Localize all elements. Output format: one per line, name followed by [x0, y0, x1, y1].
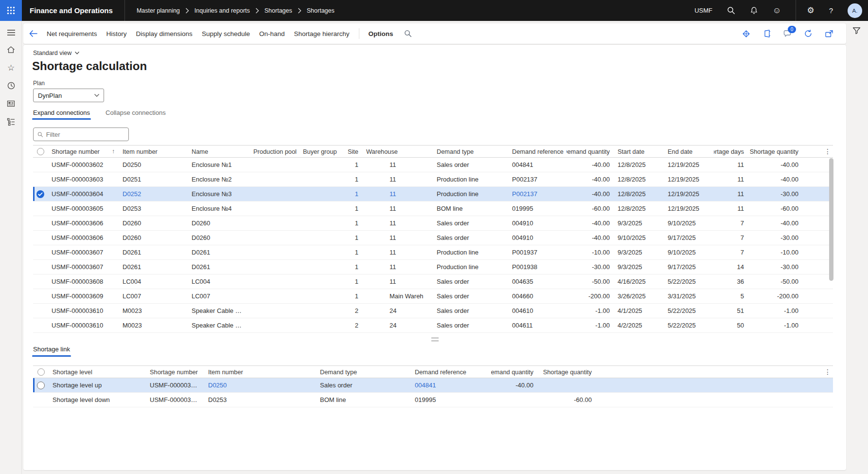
- filter-input[interactable]: [46, 131, 124, 138]
- column-header-shortage-number[interactable]: Shortage number: [146, 368, 204, 376]
- menu-item-net-requirements[interactable]: Net requirements: [47, 30, 97, 37]
- cell-item-number: LC004: [119, 278, 188, 285]
- workspace-form-icon[interactable]: [0, 97, 22, 110]
- menu-item-shortage-hierarchy[interactable]: Shortage hierarchy: [294, 30, 350, 37]
- column-header-demand-quantity[interactable]: Demand quantity: [491, 368, 537, 376]
- cell-warehouse[interactable]: 11: [362, 190, 433, 198]
- column-header-production-pool[interactable]: Production pool: [249, 148, 299, 155]
- view-switcher[interactable]: Standard view: [33, 50, 80, 56]
- column-header-demand-reference[interactable]: Demand reference: [508, 148, 567, 155]
- table-row[interactable]: USMF-000003608LC004LC004111Sales order00…: [33, 274, 833, 289]
- cell-demand-quantity: -30.00: [567, 263, 614, 271]
- column-header-shortage-number[interactable]: Shortage number↑: [48, 148, 119, 155]
- cell-item-number: D0261: [119, 249, 188, 256]
- row-radio[interactable]: [33, 382, 49, 389]
- table-row[interactable]: USMF-000003606D0260D0260111Sales order00…: [33, 231, 833, 245]
- column-header-shortage-level[interactable]: Shortage level: [49, 368, 146, 376]
- search-icon[interactable]: [727, 6, 735, 15]
- cell-shortage-level: Shortage level down: [49, 396, 146, 403]
- personalize-diamond-icon[interactable]: [742, 29, 751, 38]
- cell-shortage-quantity: -1.00: [748, 307, 802, 314]
- modules-list-icon[interactable]: [0, 115, 22, 128]
- column-header-shortage-days[interactable]: Shortage days: [714, 148, 748, 155]
- cell-site[interactable]: 1: [340, 190, 362, 198]
- splitter-handle-icon[interactable]: [431, 338, 439, 341]
- menu-item-on-hand[interactable]: On-hand: [259, 30, 285, 37]
- column-header-shortage-quantity[interactable]: Shortage quantity: [748, 148, 802, 155]
- table-row[interactable]: Shortage level upUSMF-000003602D0250Sale…: [33, 378, 833, 393]
- column-header-warehouse[interactable]: Warehouse: [362, 148, 433, 155]
- column-header-shortage-quantity[interactable]: Shortage quantity: [537, 368, 596, 376]
- action-search-icon[interactable]: [404, 30, 412, 37]
- refresh-icon[interactable]: [804, 29, 813, 38]
- breadcrumb-item[interactable]: Master planning: [137, 7, 180, 14]
- cell-demand-reference[interactable]: 004841: [411, 382, 491, 389]
- back-arrow-icon[interactable]: [23, 30, 43, 37]
- table-row[interactable]: USMF-000003604D0252Enclosure №3111Produc…: [33, 187, 833, 201]
- column-header-demand-type[interactable]: Demand type: [433, 148, 508, 155]
- cell-demand-quantity: -40.00: [567, 190, 614, 198]
- table-row[interactable]: USMF-000003606D0260D0260111Sales order00…: [33, 216, 833, 231]
- column-header-start-date[interactable]: Start date: [614, 148, 664, 155]
- cell-item-number[interactable]: D0252: [119, 190, 188, 198]
- breadcrumb-item[interactable]: Shortages: [265, 7, 292, 14]
- column-header-demand-type[interactable]: Demand type: [316, 368, 411, 376]
- open-in-office-icon[interactable]: [763, 29, 771, 38]
- tab-shortage-link[interactable]: Shortage link: [33, 346, 70, 357]
- cell-item-number[interactable]: D0250: [204, 382, 316, 389]
- messages-icon[interactable]: 0: [783, 29, 792, 38]
- hamburger-menu-icon[interactable]: [0, 26, 22, 39]
- table-row[interactable]: USMF-000003603D0251Enclosure №2111Produc…: [33, 172, 833, 187]
- column-header-buyer-group[interactable]: Buyer group: [299, 148, 340, 155]
- app-launcher-waffle-icon[interactable]: [0, 0, 22, 21]
- more-options-icon[interactable]: ⋮: [824, 147, 831, 155]
- favorites-star-icon[interactable]: ☆: [0, 61, 22, 74]
- tab-collapse-connections[interactable]: Collapse connections: [106, 109, 166, 120]
- cell-demand-quantity: -60.00: [567, 205, 614, 212]
- cell-name: LC004: [188, 278, 249, 285]
- home-icon[interactable]: [0, 43, 22, 56]
- notifications-bell-icon[interactable]: [750, 6, 758, 15]
- column-header-end-date[interactable]: End date: [664, 148, 714, 155]
- company-selector[interactable]: USMF: [694, 7, 712, 14]
- breadcrumb-item[interactable]: Shortages: [307, 7, 335, 14]
- help-icon[interactable]: ?: [829, 6, 833, 15]
- breadcrumb-item[interactable]: Inquiries and reports: [195, 7, 250, 14]
- column-header-item-number[interactable]: Item number: [119, 148, 188, 155]
- feedback-smiley-icon[interactable]: ☺: [773, 6, 781, 15]
- user-avatar[interactable]: A.: [848, 3, 862, 18]
- column-header-demand-reference[interactable]: Demand reference: [411, 368, 491, 376]
- menu-item-options[interactable]: Options: [369, 30, 393, 37]
- table-row[interactable]: USMF-000003607D0261D0261111Production li…: [33, 245, 833, 260]
- breadcrumb: Master planning Inquiries and reports Sh…: [137, 7, 335, 14]
- table-row[interactable]: USMF-000003607D0261D0261111Production li…: [33, 260, 833, 274]
- cell-start-date: 12/8/2025: [614, 190, 664, 198]
- menu-item-supply-schedule[interactable]: Supply schedule: [202, 30, 250, 37]
- table-row[interactable]: USMF-000003610M0023Speaker Cable Bana...…: [33, 318, 833, 333]
- vertical-scrollbar-thumb[interactable]: [829, 158, 833, 281]
- tab-expand-connections[interactable]: Expand connections: [33, 109, 90, 120]
- more-options-icon[interactable]: ⋮: [824, 368, 831, 376]
- menu-item-display-dimensions[interactable]: Display dimensions: [136, 30, 193, 37]
- cell-warehouse: 11: [362, 249, 433, 256]
- plan-dropdown[interactable]: DynPlan: [33, 89, 104, 102]
- select-all-checkbox[interactable]: [33, 148, 48, 155]
- menu-item-history[interactable]: History: [106, 30, 127, 37]
- recent-clock-icon[interactable]: [0, 79, 22, 92]
- filter-funnel-icon[interactable]: [852, 26, 861, 35]
- cell-site: 2: [340, 322, 362, 329]
- column-header-item-number[interactable]: Item number: [204, 368, 316, 376]
- table-row[interactable]: USMF-000003609LC007LC0071Main WarehSales…: [33, 289, 833, 304]
- table-row[interactable]: USMF-000003605D0253Enclosure №4111BOM li…: [33, 201, 833, 216]
- settings-gear-icon[interactable]: ⚙: [807, 6, 814, 15]
- column-header-site[interactable]: Site: [340, 148, 362, 155]
- column-header-demand-quantity[interactable]: Demand quantity: [567, 148, 614, 155]
- row-checkbox-checked[interactable]: [33, 190, 48, 199]
- cell-demand-reference[interactable]: P002137: [508, 190, 567, 198]
- table-row[interactable]: USMF-000003602D0250Enclosure №1111Sales …: [33, 158, 833, 172]
- column-header-name[interactable]: Name: [188, 148, 249, 155]
- table-row[interactable]: Shortage level downUSMF-000003605D0253BO…: [33, 393, 833, 407]
- select-all-checkbox[interactable]: [33, 368, 49, 376]
- open-in-new-window-icon[interactable]: [825, 30, 833, 38]
- table-row[interactable]: USMF-000003610M0023Speaker Cable Bana...…: [33, 304, 833, 318]
